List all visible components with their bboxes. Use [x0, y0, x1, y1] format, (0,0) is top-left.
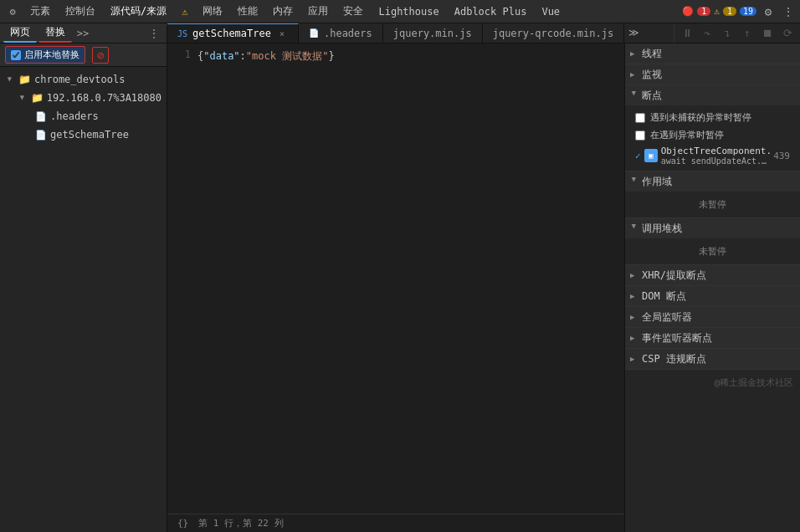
tab-jquery-qrcode[interactable]: jquery-qrcode.min.js: [483, 23, 625, 43]
section-callstack-header[interactable]: ▶ 调用堆栈: [625, 218, 800, 238]
breakpoints-body: 遇到未捕获的异常时暂停 在遇到异常时暂停 ✓ ▣ ObjectTreeCompo…: [625, 105, 800, 171]
error-badge: 1: [697, 7, 710, 16]
devtools-icon[interactable]: ⚙: [3, 3, 22, 21]
csp-label: CSP 违规断点: [642, 352, 706, 366]
menu-security[interactable]: 安全: [336, 3, 370, 20]
bp-line-number: 439: [773, 151, 790, 161]
uncaught-exceptions-label: 遇到未捕获的异常时暂停: [650, 111, 751, 124]
global-arrow: ▶: [630, 313, 638, 321]
tab-jquery-qrcode-label: jquery-qrcode.min.js: [493, 28, 614, 39]
tree-item-ip-folder[interactable]: ▶ 📁 192.168.0.7%3A18080: [0, 89, 167, 107]
debug-deactivate[interactable]: ⟳: [778, 24, 797, 43]
tab-getschemtree-close[interactable]: ×: [276, 28, 288, 39]
tab-headers-icon: 📄: [309, 28, 319, 38]
menu-network[interactable]: 网络: [196, 3, 229, 20]
menu-lighthouse[interactable]: Lighthouse: [372, 4, 445, 19]
cancel-overrides-button[interactable]: ⊘: [92, 47, 109, 64]
root-folder-icon: 📁: [18, 74, 31, 85]
debug-stop[interactable]: ⏹: [758, 24, 777, 43]
more-button[interactable]: ⋮: [780, 3, 797, 20]
section-scope: ▶ 作用域 未暂停: [625, 171, 800, 218]
bp-check-icon: ✓: [635, 151, 641, 161]
more-toolbar-button[interactable]: >>: [74, 24, 92, 43]
callstack-status: 未暂停: [625, 238, 800, 264]
debug-step-into[interactable]: ↴: [718, 24, 736, 43]
statusbar-braces: {}: [177, 518, 188, 529]
tab-headers[interactable]: 📄 .headers: [299, 23, 383, 43]
menu-console[interactable]: 控制台: [59, 3, 102, 20]
breakpoints-caught-checkbox-row[interactable]: 在遇到异常时暂停: [630, 126, 795, 144]
section-event-header[interactable]: ▶ 事件监听器断点: [625, 328, 800, 348]
info-badge: 19: [740, 7, 756, 16]
debug-step-over[interactable]: ↷: [698, 24, 716, 43]
tab-getschemtree[interactable]: JS getSchemaTree ×: [167, 23, 299, 43]
caught-exceptions-checkbox[interactable]: [635, 130, 645, 141]
tab-headers-label: .headers: [324, 28, 372, 39]
editor-area: 1 {"data": "mock 测试数据"} {} 第 1 行，第 22 列: [167, 43, 624, 532]
menu-application[interactable]: 应用: [301, 3, 335, 20]
sidebar: 启用本地替换 ⊘ ▶ 📁 chrome_devtools ▶ 📁: [0, 43, 167, 532]
callstack-arrow: ▶: [630, 224, 638, 233]
uncaught-exceptions-checkbox[interactable]: [635, 113, 645, 123]
scope-label: 作用域: [642, 175, 672, 189]
tab-replace[interactable]: 替换: [38, 23, 72, 43]
xhr-label: XHR/提取断点: [642, 269, 706, 283]
tree-item-getschemtree[interactable]: 📄 getSchemaTree: [0, 125, 167, 144]
section-threads: ▶ 线程: [625, 43, 800, 64]
section-callstack: ▶ 调用堆栈 未暂停: [625, 218, 800, 265]
menu-bar-right: 🔴 1 ⚠ 1 19 ⚙ ⋮: [682, 3, 797, 20]
debug-pause-button[interactable]: ⏸: [678, 24, 696, 43]
menu-elements[interactable]: 元素: [23, 3, 57, 20]
section-xhr: ▶ XHR/提取断点: [625, 265, 800, 286]
breakpoint-item-0[interactable]: ✓ ▣ ObjectTreeComponent.vue await sendUp…: [630, 144, 795, 167]
bp-filename: ObjectTreeComponent.vue: [661, 146, 771, 156]
section-scope-header[interactable]: ▶ 作用域: [625, 171, 800, 192]
code-area[interactable]: {"data": "mock 测试数据"}: [197, 47, 624, 510]
section-threads-header[interactable]: ▶ 线程: [625, 43, 800, 64]
tab-getschemtree-label: getSchemaTree: [192, 28, 271, 39]
tab-jquery[interactable]: jquery.min.js: [383, 23, 483, 43]
menu-performance[interactable]: 性能: [231, 3, 264, 20]
section-csp-header[interactable]: ▶ CSP 违规断点: [625, 349, 800, 369]
code-key-data: "data": [203, 50, 239, 62]
debug-step-out[interactable]: ↑: [738, 24, 756, 43]
tree-arrow-root: ▶: [5, 74, 15, 84]
dom-label: DOM 断点: [642, 289, 686, 304]
scope-status: 未暂停: [625, 192, 800, 217]
sidebar-toolbar: 启用本地替换 ⊘: [0, 43, 167, 67]
editor-content[interactable]: 1 {"data": "mock 测试数据"}: [167, 43, 624, 514]
tree-item-headers[interactable]: 📄 .headers: [0, 107, 167, 125]
watch-arrow: ▶: [630, 70, 638, 79]
statusbar-position: 第 1 行，第 22 列: [198, 517, 283, 529]
section-event-listeners: ▶ 事件监听器断点: [625, 328, 800, 349]
main-area: 启用本地替换 ⊘ ▶ 📁 chrome_devtools ▶ 📁: [0, 43, 800, 532]
section-xhr-header[interactable]: ▶ XHR/提取断点: [625, 265, 800, 285]
breakpoints-uncaught-checkbox-row[interactable]: 遇到未捕获的异常时暂停: [630, 109, 795, 126]
menu-sources[interactable]: 源代码/来源: [104, 3, 173, 20]
editor-statusbar: {} 第 1 行，第 22 列: [167, 514, 624, 532]
section-dom-header[interactable]: ▶ DOM 断点: [625, 286, 800, 306]
menu-memory[interactable]: 内存: [266, 3, 300, 20]
enable-local-overrides-checkbox[interactable]: 启用本地替换: [5, 46, 85, 64]
bp-condition: await sendUpdateAct...: [661, 156, 771, 166]
line-number-1: 1: [167, 49, 191, 60]
menu-vue[interactable]: Vue: [535, 4, 567, 19]
tree-item-root[interactable]: ▶ 📁 chrome_devtools: [0, 70, 167, 89]
settings-button[interactable]: ⚙: [760, 3, 777, 20]
menu-bar: ⚙ 元素 控制台 源代码/来源 ⚠ 网络 性能 内存 应用 安全 Lightho…: [0, 0, 800, 23]
watch-label: 监视: [642, 68, 662, 82]
error-icon: 🔴: [682, 6, 694, 17]
getschemtree-file-label: getSchemaTree: [50, 129, 129, 141]
section-breakpoints-header[interactable]: ▶ 断点: [625, 85, 800, 105]
section-watch-header[interactable]: ▶ 监视: [625, 64, 800, 84]
callstack-label: 调用堆栈: [642, 222, 682, 236]
menu-adblock[interactable]: Adblock Plus: [448, 4, 534, 19]
bp-file-icon: ▣: [644, 149, 658, 162]
tabs-overflow-button[interactable]: ≫: [624, 23, 643, 42]
overrides-checkbox-input[interactable]: [11, 50, 21, 60]
event-label: 事件监听器断点: [642, 331, 712, 345]
section-global-header[interactable]: ▶ 全局监听器: [625, 307, 800, 327]
toolbar-more-options[interactable]: ⋮: [145, 24, 163, 43]
tab-webpage[interactable]: 网页: [3, 23, 37, 43]
headers-file-label: .headers: [50, 110, 99, 122]
